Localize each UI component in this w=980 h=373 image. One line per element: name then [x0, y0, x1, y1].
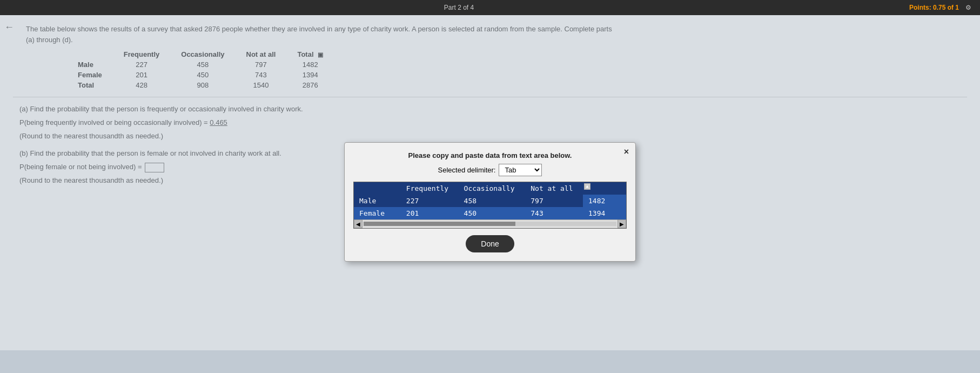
- delimiter-select[interactable]: Tab Comma Space: [499, 164, 542, 176]
- modal-title: Please copy and paste data from text are…: [353, 151, 627, 159]
- data-table-display: Frequently Occasionally Not at all ▲ Mal…: [354, 182, 626, 219]
- settings-icon[interactable]: ⚙: [965, 4, 971, 11]
- modal-cell-male-not: 797: [525, 195, 583, 207]
- modal-col-not-at-all: Not at all: [525, 182, 583, 195]
- modal-dialog: × Please copy and paste data from text a…: [344, 142, 636, 262]
- modal-cell-male-label: Male: [354, 195, 401, 207]
- delimiter-row: Selected delimiter: Tab Comma Space: [353, 164, 627, 176]
- scroll-up-btn[interactable]: ▲: [584, 183, 590, 190]
- scroll-thumb[interactable]: [364, 222, 515, 226]
- main-content: ← The table below shows the results of a…: [0, 15, 980, 350]
- modal-col-scroll-indicator: ▲: [583, 182, 626, 195]
- modal-cell-male-total-display: 1482: [583, 195, 626, 207]
- top-bar: Part 2 of 4 Points: 0.75 of 1 ⚙: [0, 0, 980, 15]
- modal-title-text: Please copy and paste data from text are…: [408, 151, 572, 159]
- modal-col-blank: [354, 182, 401, 195]
- points-badge: Points: 0.75 of 1: [909, 4, 959, 11]
- part-indicator: Part 2 of 4: [444, 4, 474, 11]
- modal-row-male: Male 227 458 797 1482: [354, 195, 626, 207]
- horizontal-scrollbar: ◀ ▶: [354, 219, 626, 228]
- modal-table-header-row: Frequently Occasionally Not at all ▲: [354, 182, 626, 195]
- delimiter-label: Selected delimiter:: [438, 166, 496, 174]
- top-bar-right: Points: 0.75 of 1 ⚙: [909, 4, 971, 11]
- modal-cell-female-occ: 450: [459, 207, 526, 219]
- data-textarea-wrapper: Frequently Occasionally Not at all ▲ Mal…: [353, 182, 627, 229]
- modal-col-occasionally: Occasionally: [459, 182, 526, 195]
- modal-cell-male-occ: 458: [459, 195, 526, 207]
- scroll-left-btn[interactable]: ◀: [354, 219, 363, 228]
- top-bar-center: Part 2 of 4: [444, 4, 474, 11]
- scroll-right-btn[interactable]: ▶: [617, 219, 626, 228]
- modal-cell-female-label: Female: [354, 207, 401, 219]
- modal-overlay: × Please copy and paste data from text a…: [0, 15, 980, 373]
- scroll-track: [364, 222, 616, 226]
- modal-done-row: Done: [353, 235, 627, 252]
- done-button[interactable]: Done: [466, 235, 514, 252]
- modal-cell-female-total-display: 1394: [583, 207, 626, 219]
- modal-row-female: Female 201 450 743 1394: [354, 207, 626, 219]
- modal-cell-female-freq: 201: [401, 207, 459, 219]
- modal-col-frequently: Frequently: [401, 182, 459, 195]
- modal-close-button[interactable]: ×: [624, 147, 629, 157]
- modal-cell-male-freq: 227: [401, 195, 459, 207]
- modal-cell-female-not: 743: [525, 207, 583, 219]
